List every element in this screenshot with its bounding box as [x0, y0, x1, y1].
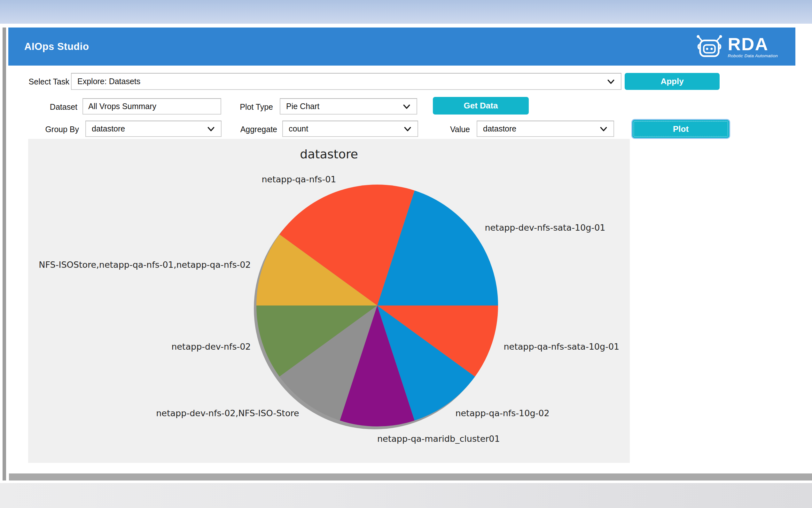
pie-slice-label: netapp-qa-nfs-01: [261, 174, 336, 184]
pie-slice-label: netapp-dev-nfs-02,NFS-ISO-Store: [156, 408, 299, 418]
plot-type-value: Pie Chart: [286, 102, 319, 111]
apply-button[interactable]: Apply: [625, 73, 720, 90]
plot-type-dropdown[interactable]: Pie Chart: [280, 98, 417, 115]
chevron-down-icon: [403, 125, 412, 133]
app-header: AIOps Studio RDA Robotic Data Automation: [8, 28, 795, 66]
browser-bottom-band: [0, 483, 812, 508]
page-title: AIOps Studio: [24, 41, 89, 52]
value-value: datastore: [483, 124, 516, 133]
chevron-down-icon: [600, 125, 608, 133]
pie-slice-label: NFS-ISOStore,netapp-qa-nfs-01,netapp-qa-…: [39, 259, 251, 269]
pie-slice-label: netapp-qa-nfs-10g-02: [455, 408, 549, 418]
aggregate-label: Aggregate: [240, 125, 277, 134]
robot-icon: [695, 34, 723, 59]
group-by-dropdown[interactable]: datastore: [85, 121, 222, 137]
aggregate-dropdown[interactable]: count: [282, 121, 418, 137]
plot-type-label: Plot Type: [240, 102, 273, 112]
select-task-label: Select Task: [29, 77, 69, 86]
plot-button[interactable]: Plot: [632, 120, 729, 138]
value-label: Value: [450, 125, 470, 134]
pie-slice-label: netapp-dev-nfs-02: [171, 342, 251, 351]
group-by-label: Group By: [45, 125, 79, 134]
horizontal-scrollbar[interactable]: [9, 473, 812, 480]
pie-slice-label: netapp-qa-maridb_cluster01: [377, 433, 500, 443]
chevron-down-icon: [207, 125, 215, 133]
dataset-label: Dataset: [50, 102, 77, 112]
get-data-button[interactable]: Get Data: [433, 97, 529, 115]
pie-chart-panel: datastore netapp-dev-nfs-sata-10g-01neta…: [28, 139, 630, 463]
value-dropdown[interactable]: datastore: [477, 121, 614, 137]
pie-slice-label: netapp-dev-nfs-sata-10g-01: [485, 222, 605, 232]
aggregate-value: count: [289, 124, 308, 133]
chevron-down-icon: [402, 102, 411, 111]
group-by-value: datastore: [92, 124, 125, 133]
rda-logo: RDA Robotic Data Automation: [695, 34, 778, 59]
select-task-value: Explore: Datasets: [77, 77, 140, 86]
vertical-scrollbar[interactable]: [3, 28, 6, 480]
dataset-input[interactable]: [83, 98, 221, 115]
select-task-dropdown[interactable]: Explore: Datasets: [71, 73, 621, 90]
browser-top-band: [0, 0, 812, 24]
rda-logo-tagline: Robotic Data Automation: [728, 54, 778, 58]
rda-logo-text: RDA: [728, 35, 768, 53]
chart-title: datastore: [28, 147, 630, 161]
pie-slice-label: netapp-qa-nfs-sata-10g-01: [504, 342, 619, 351]
chevron-down-icon: [607, 77, 615, 86]
